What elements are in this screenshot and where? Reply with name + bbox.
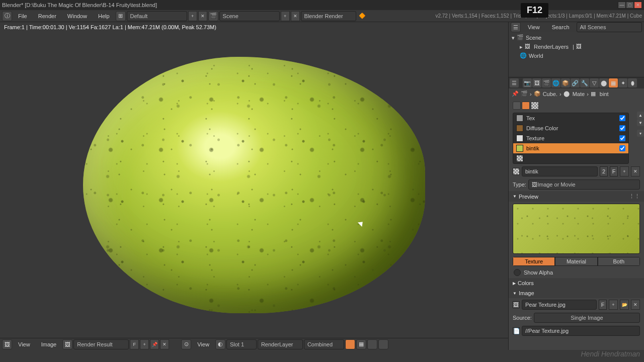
texture-enable-checkbox[interactable] [619, 125, 625, 131]
image-unlink-button[interactable]: ✕ [631, 300, 640, 310]
bc-material[interactable]: Mate [573, 91, 585, 97]
view-menu-2[interactable]: View [192, 339, 214, 349]
close-button[interactable]: ✕ [634, 2, 642, 9]
scene-remove-button[interactable]: ✕ [291, 11, 300, 21]
renderlayers-tab-icon[interactable]: 🖼 [532, 78, 541, 87]
display-mode-icon[interactable]: ◐ [215, 339, 225, 349]
particles-tab-icon[interactable]: ✦ [618, 78, 627, 87]
world-tab-icon[interactable]: 🌐 [551, 78, 560, 87]
scene-add-button[interactable]: + [281, 11, 290, 21]
texture-slot-list[interactable]: Tex Diffuse Color Texture [513, 113, 629, 164]
back-to-previous-icon[interactable]: ⊞ [116, 11, 126, 21]
physics-tab-icon[interactable]: ⬮ [628, 78, 637, 87]
colors-panel-header[interactable]: ▶ Colors [509, 278, 644, 288]
texture-slot[interactable]: Tex [513, 113, 628, 123]
channel-rgba-icon[interactable] [345, 339, 355, 349]
slot-dropdown[interactable]: Slot 1 [226, 339, 257, 349]
pin-icon[interactable]: 📌 [512, 90, 519, 98]
editor-type-selector[interactable]: 🖼 [2, 339, 12, 349]
object-tab-icon[interactable]: 📦 [561, 78, 570, 87]
image-add-button[interactable]: + [140, 339, 149, 349]
channel-rgb-icon[interactable]: ▦ [356, 339, 366, 349]
help-menu[interactable]: Help [93, 11, 115, 21]
channel-zbuf-icon[interactable] [378, 339, 388, 349]
tree-world[interactable]: 🌐 World [510, 51, 643, 60]
channel-bw-icon[interactable] [367, 339, 377, 349]
texture-add-button[interactable]: + [620, 166, 629, 176]
texture-enable-checkbox[interactable] [619, 115, 625, 121]
editor-type-icon[interactable]: ☰ [510, 78, 519, 87]
texture-name-input[interactable]: bintik [522, 166, 598, 176]
pass-dropdown[interactable]: Combined [304, 339, 344, 349]
modifiers-tab-icon[interactable]: 🔧 [580, 78, 589, 87]
image-path-input[interactable]: //Pear Texture.jpg [522, 326, 640, 336]
scene-tab-icon[interactable]: 🎬 [542, 78, 551, 87]
image-name-input[interactable]: Pear Texture.jpg [522, 300, 597, 310]
preview-panel-header[interactable]: ▼ Preview ⋮⋮ [509, 191, 644, 202]
preview-material-tab[interactable]: Material [555, 257, 597, 266]
outliner-filter-dropdown[interactable]: All Scenes [577, 22, 642, 32]
texture-browse-icon[interactable] [513, 168, 520, 175]
pivot-icon[interactable]: ⊙ [181, 339, 191, 349]
bc-cube[interactable]: Cube. [543, 91, 557, 97]
layout-add-button[interactable]: + [188, 11, 197, 21]
scene-dropdown[interactable]: Scene [219, 11, 280, 21]
image-browse-icon[interactable]: 🖼 [513, 301, 520, 308]
world-texture-icon[interactable] [513, 102, 521, 110]
show-alpha-checkbox[interactable] [514, 269, 521, 276]
bc-texture[interactable]: bint [600, 91, 609, 97]
image-add-button-2[interactable]: + [609, 300, 618, 310]
tree-renderlayers[interactable]: ▸ 🖼 RenderLayers | 🖼 [510, 42, 643, 51]
image-f-button[interactable]: F [130, 339, 139, 349]
image-dropdown[interactable]: Render Result [73, 339, 129, 349]
layout-dropdown[interactable]: Default [127, 11, 187, 21]
outliner-editor-icon[interactable]: ☰ [511, 22, 521, 32]
maximize-button[interactable]: □ [626, 2, 634, 9]
layout-remove-button[interactable]: ✕ [198, 11, 207, 21]
slot-specials-button[interactable]: ▾ [637, 130, 644, 137]
view-menu[interactable]: View [13, 339, 35, 349]
texture-enable-checkbox[interactable] [619, 145, 625, 151]
texture-enable-checkbox[interactable] [619, 135, 625, 141]
outliner-tree[interactable]: ▾ 🎬 Scene ▸ 🖼 RenderLayers | 🖼 🌐 World [509, 32, 644, 77]
render-viewport[interactable] [2, 34, 506, 336]
render-tab-icon[interactable]: 📷 [523, 78, 532, 87]
material-texture-icon[interactable] [522, 102, 530, 110]
image-menu[interactable]: Image [36, 339, 62, 349]
expand-icon[interactable]: ▸ [520, 44, 523, 50]
image-open-button[interactable]: 📂 [620, 300, 629, 310]
data-tab-icon[interactable]: ▽ [590, 78, 599, 87]
texture-slot[interactable]: Texture [513, 133, 628, 143]
texture-unlink-button[interactable]: ✕ [631, 166, 640, 176]
preview-texture-tab[interactable]: Texture [513, 257, 555, 266]
texture-tab-icon[interactable]: ▦ [609, 78, 618, 87]
preview-both-tab[interactable]: Both [598, 257, 640, 266]
texture-fake-user-button[interactable]: F [610, 166, 618, 176]
texture-slot-selected[interactable]: bintik [513, 143, 628, 153]
image-pin-icon[interactable]: 📌 [150, 339, 159, 349]
brush-texture-icon[interactable] [531, 102, 539, 110]
outliner-search-menu[interactable]: Search [547, 22, 575, 32]
texture-slot-empty[interactable] [513, 153, 628, 163]
image-source-dropdown[interactable]: Single Image [534, 313, 640, 323]
image-panel-header[interactable]: ▼ Image [509, 288, 644, 298]
texture-slot[interactable]: Diffuse Color [513, 123, 628, 133]
texture-users-badge[interactable]: 2 [600, 166, 608, 176]
scene-icon[interactable]: 🎬 [208, 11, 218, 21]
image-remove-button[interactable]: ✕ [160, 339, 169, 349]
renderlayer-item-icon[interactable]: 🖼 [576, 43, 583, 50]
renderlayer-dropdown[interactable]: RenderLayer [258, 339, 303, 349]
window-menu[interactable]: Window [62, 11, 92, 21]
render-menu[interactable]: Render [33, 11, 61, 21]
panel-drag-icon[interactable]: ⋮⋮ [629, 193, 640, 200]
image-fake-user-button[interactable]: F [599, 300, 607, 310]
minimize-button[interactable]: — [618, 2, 626, 9]
expand-icon[interactable]: ▾ [512, 35, 515, 41]
material-tab-icon[interactable]: ⬤ [599, 78, 608, 87]
render-engine-dropdown[interactable]: Blender Render [301, 11, 356, 21]
editor-type-icon[interactable]: ⓘ [2, 11, 12, 21]
slot-move-down-button[interactable]: ▼ [637, 119, 644, 126]
image-browse-icon[interactable]: 🖼 [62, 339, 72, 349]
constraints-tab-icon[interactable]: 🔗 [571, 78, 580, 87]
texture-type-dropdown[interactable]: 🖼 Image or Movie [528, 179, 640, 190]
